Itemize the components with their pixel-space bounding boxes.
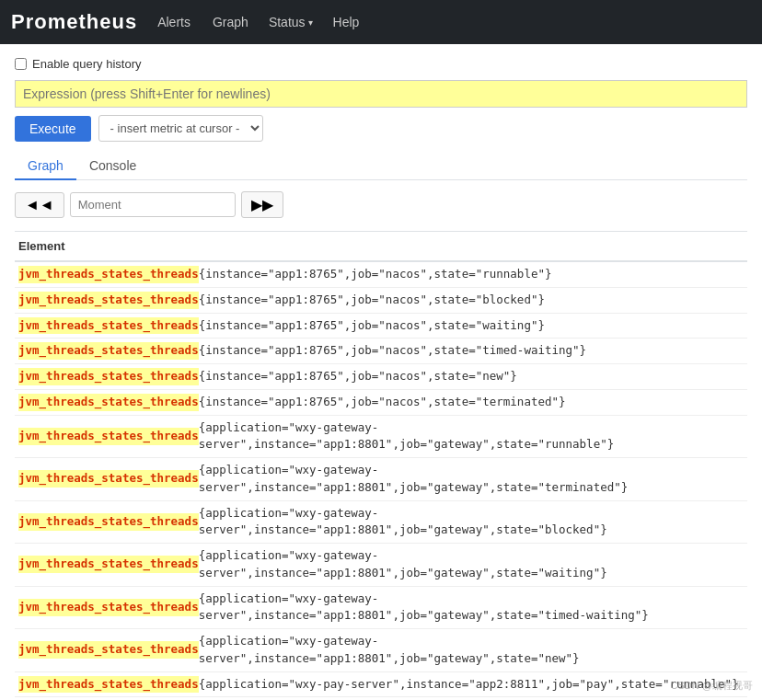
nav-status-label: Status bbox=[269, 15, 306, 29]
main-content: Enable query history jvm_threads_states_… bbox=[0, 44, 762, 700]
table-row: jvm_threads_states_threads{instance="app… bbox=[15, 262, 747, 288]
chevron-down-icon: ▾ bbox=[308, 17, 313, 28]
metric-name: jvm_threads_states_threads bbox=[18, 641, 199, 659]
results-section: Element jvm_threads_states_threads{insta… bbox=[15, 231, 747, 700]
query-history-label: Enable query history bbox=[32, 57, 142, 71]
query-input[interactable]: jvm_threads_states_threads bbox=[15, 80, 747, 108]
results-rows: jvm_threads_states_threads{instance="app… bbox=[15, 262, 747, 700]
execute-row: Execute - insert metric at cursor - bbox=[15, 115, 747, 142]
metric-name: jvm_threads_states_threads bbox=[18, 428, 199, 445]
metric-labels: {application="wxy-gateway-server",instan… bbox=[199, 591, 744, 625]
table-row: jvm_threads_states_threads{instance="app… bbox=[15, 339, 747, 364]
metric-labels: {instance="app1:8765",job="nacos",state=… bbox=[199, 317, 545, 335]
time-nav: ◄◄ ▶▶ bbox=[15, 191, 747, 218]
table-row: jvm_threads_states_threads{instance="app… bbox=[15, 288, 747, 314]
metric-name: jvm_threads_states_threads bbox=[18, 368, 199, 385]
table-row: jvm_threads_states_threads{application="… bbox=[15, 629, 747, 672]
metric-labels: {application="wxy-gateway-server",instan… bbox=[199, 633, 744, 668]
tab-console[interactable]: Console bbox=[76, 153, 149, 180]
metric-name: jvm_threads_states_threads bbox=[18, 599, 199, 616]
metric-name: jvm_threads_states_threads bbox=[18, 394, 199, 411]
metric-name: jvm_threads_states_threads bbox=[18, 513, 199, 531]
metric-labels: {instance="app1:8765",job="nacos",state=… bbox=[199, 266, 552, 283]
table-row: jvm_threads_states_threads{application="… bbox=[15, 587, 747, 630]
nav-graph[interactable]: Graph bbox=[211, 11, 250, 33]
table-row: jvm_threads_states_threads{application="… bbox=[15, 544, 747, 587]
tab-graph[interactable]: Graph bbox=[15, 153, 76, 180]
metric-name: jvm_threads_states_threads bbox=[18, 292, 199, 309]
table-row: jvm_threads_states_threads{application="… bbox=[15, 458, 747, 501]
table-row: jvm_threads_states_threads{instance="app… bbox=[15, 390, 747, 416]
nav-help[interactable]: Help bbox=[331, 11, 362, 33]
metric-labels: {application="wxy-gateway-server",instan… bbox=[199, 547, 744, 582]
metric-name: jvm_threads_states_threads bbox=[18, 342, 199, 360]
table-row: jvm_threads_states_threads{application="… bbox=[15, 501, 747, 545]
time-forward-button[interactable]: ▶▶ bbox=[241, 191, 283, 218]
metric-name: jvm_threads_states_threads bbox=[18, 317, 199, 335]
query-history-row: Enable query history bbox=[15, 57, 747, 71]
insert-metric-select[interactable]: - insert metric at cursor - bbox=[98, 115, 263, 142]
table-row: jvm_threads_states_threads{application="… bbox=[15, 416, 747, 459]
brand-logo[interactable]: Prometheus bbox=[11, 10, 137, 34]
time-back-button[interactable]: ◄◄ bbox=[15, 192, 64, 218]
metric-name: jvm_threads_states_threads bbox=[18, 556, 199, 573]
nav-alerts[interactable]: Alerts bbox=[156, 11, 192, 33]
nav-status-dropdown[interactable]: Status ▾ bbox=[269, 15, 313, 29]
metric-name: jvm_threads_states_threads bbox=[18, 676, 199, 694]
brand-text: Prometheus bbox=[11, 10, 137, 33]
moment-input[interactable] bbox=[70, 192, 236, 217]
column-header-element: Element bbox=[15, 232, 747, 262]
metric-name: jvm_threads_states_threads bbox=[18, 470, 199, 488]
navbar: Prometheus Alerts Graph Status ▾ Help bbox=[0, 0, 762, 44]
table-row: jvm_threads_states_threads{application="… bbox=[15, 672, 747, 698]
metric-labels: {application="wxy-gateway-server",instan… bbox=[199, 505, 744, 540]
metric-labels: {instance="app1:8765",job="nacos",state=… bbox=[199, 342, 586, 360]
metric-labels: {application="wxy-gateway-server",instan… bbox=[199, 462, 744, 497]
tab-bar: Graph Console bbox=[15, 153, 747, 180]
query-history-checkbox[interactable] bbox=[15, 58, 27, 70]
metric-labels: {instance="app1:8765",job="nacos",state=… bbox=[199, 368, 517, 385]
table-row: jvm_threads_states_threads{instance="app… bbox=[15, 364, 747, 390]
metric-labels: {instance="app1:8765",job="nacos",state=… bbox=[199, 292, 545, 309]
table-row: jvm_threads_states_threads{instance="app… bbox=[15, 314, 747, 339]
execute-button[interactable]: Execute bbox=[15, 116, 91, 142]
metric-labels: {instance="app1:8765",job="nacos",state=… bbox=[199, 394, 566, 411]
metric-labels: {application="wxy-gateway-server",instan… bbox=[199, 419, 744, 454]
metric-labels: {application="wxy-pay-server",instance="… bbox=[199, 676, 739, 694]
metric-name: jvm_threads_states_threads bbox=[18, 266, 199, 283]
